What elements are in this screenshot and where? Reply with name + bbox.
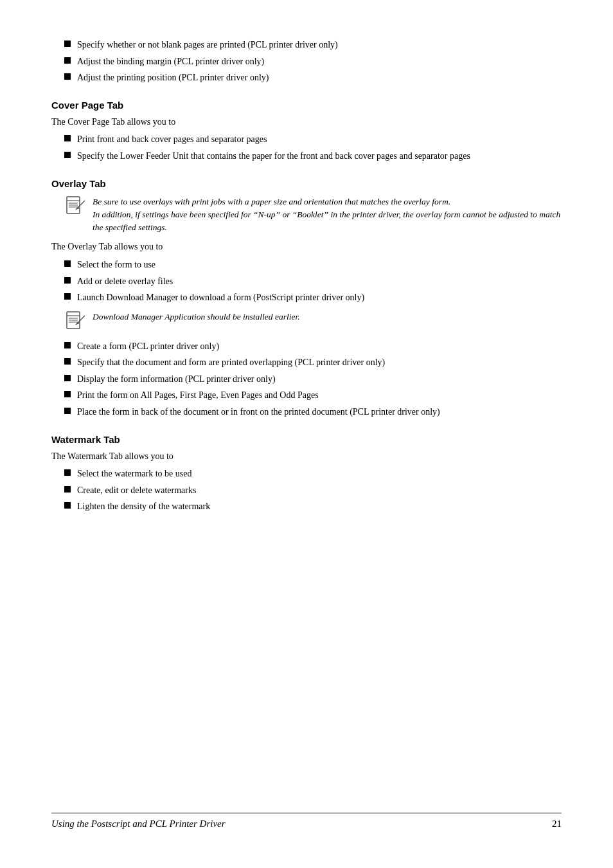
overlay-tab-intro: The Overlay Tab allows you to [51,240,562,253]
list-item: Create a form (PCL printer driver only) [51,340,562,353]
bullet-text: Select the form to use [77,258,562,271]
bullet-icon [64,391,71,397]
list-item: Create, edit or delete watermarks [51,484,562,497]
bullet-text: Add or delete overlay files [77,275,562,288]
bullet-text: Print front and back cover pages and sep… [77,133,562,146]
bullet-icon [64,486,71,493]
overlay-note-1: Be sure to use overlays with print jobs … [64,195,562,235]
overlay-tab-section: Overlay Tab Be sure to use overlays with… [51,178,562,419]
list-item: Select the watermark to be used [51,467,562,480]
bullet-icon [64,41,71,47]
bullet-icon [64,57,71,64]
cover-page-tab-heading: Cover Page Tab [51,100,562,111]
page: Specify whether or not blank pages are p… [0,0,613,868]
bullet-text: Adjust the binding margin (PCL printer d… [77,55,562,68]
bullet-text: Specify the Lower Feeder Unit that conta… [77,150,562,163]
overlay-note-1-text: Be sure to use overlays with print jobs … [93,195,562,235]
bullet-icon [64,73,71,80]
watermark-tab-intro: The Watermark Tab allows you to [51,450,562,463]
bullet-text: Specify whether or not blank pages are p… [77,39,562,51]
overlay-bullet-list-1: Select the form to use Add or delete ove… [51,258,562,304]
cover-page-tab-intro: The Cover Page Tab allows you to [51,116,562,129]
watermark-tab-section: Watermark Tab The Watermark Tab allows y… [51,434,562,513]
overlay-tab-heading: Overlay Tab [51,178,562,189]
bullet-icon [64,469,71,476]
list-item: Place the form in back of the document o… [51,406,562,419]
list-item: Select the form to use [51,258,562,271]
note-icon [64,195,87,219]
bullet-icon [64,408,71,414]
list-item: Specify whether or not blank pages are p… [51,39,562,51]
cover-page-tab-section: Cover Page Tab The Cover Page Tab allows… [51,100,562,163]
footer: Using the Postscript and PCL Printer Dri… [51,813,562,829]
list-item: Print the form on All Pages, First Page,… [51,389,562,402]
overlay-note-2: Download Manager Application should be i… [64,311,562,334]
bullet-text: Display the form information (PCL printe… [77,373,562,386]
bullet-text: Specify that the document and form are p… [77,356,562,369]
overlay-note-2-text: Download Manager Application should be i… [93,311,300,323]
bullet-icon [64,375,71,381]
note-icon-2 [64,311,87,334]
top-bullet-list: Specify whether or not blank pages are p… [51,39,562,84]
bullet-icon [64,152,71,158]
bullet-icon [64,293,71,300]
bullet-icon [64,342,71,348]
watermark-tab-heading: Watermark Tab [51,434,562,445]
bullet-text: Lighten the density of the watermark [77,500,562,513]
bullet-icon [64,358,71,365]
list-item: Lighten the density of the watermark [51,500,562,513]
bullet-text: Create, edit or delete watermarks [77,484,562,497]
bullet-text: Launch Download Manager to download a fo… [77,291,562,304]
bullet-text: Print the form on All Pages, First Page,… [77,389,562,402]
bullet-icon [64,277,71,284]
list-item: Print front and back cover pages and sep… [51,133,562,146]
bullet-text: Create a form (PCL printer driver only) [77,340,562,353]
list-item: Specify the Lower Feeder Unit that conta… [51,150,562,163]
overlay-bullet-list-2: Create a form (PCL printer driver only) … [51,340,562,419]
bullet-icon [64,260,71,267]
cover-page-bullet-list: Print front and back cover pages and sep… [51,133,562,162]
list-item: Display the form information (PCL printe… [51,373,562,386]
list-item: Add or delete overlay files [51,275,562,288]
list-item: Launch Download Manager to download a fo… [51,291,562,304]
list-item: Specify that the document and form are p… [51,356,562,369]
footer-page-number: 21 [552,818,562,829]
footer-title: Using the Postscript and PCL Printer Dri… [51,818,226,829]
list-item: Adjust the printing position (PCL printe… [51,71,562,84]
bullet-text: Adjust the printing position (PCL printe… [77,71,562,84]
bullet-icon [64,135,71,141]
list-item: Adjust the binding margin (PCL printer d… [51,55,562,68]
bullet-text: Place the form in back of the document o… [77,406,562,419]
bullet-icon [64,502,71,509]
bullet-text: Select the watermark to be used [77,467,562,480]
watermark-bullet-list: Select the watermark to be used Create, … [51,467,562,513]
